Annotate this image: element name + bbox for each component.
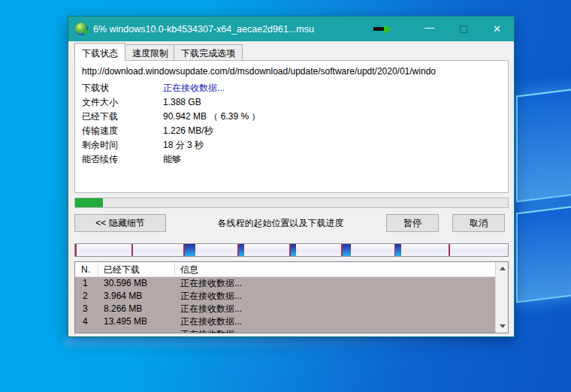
thread-start-tick [449,244,450,256]
info-value: 1.388 GB [163,95,201,110]
thread-downloaded-chunk [291,244,296,256]
chevron-up-icon [500,267,506,270]
info-label: 传输速度 [82,124,163,138]
info-row: 文件大小1.388 GB [82,95,501,110]
hide-details-button[interactable]: << 隐藏细节 [74,214,166,232]
minimize-icon: — [424,22,434,33]
threads-progress-bar [74,243,509,257]
info-row: 传输速度1.226 MB/秒 [82,124,501,138]
info-value: 18 分 3 秒 [163,138,204,152]
desktop-wallpaper: 6% windows10.0-kb4534307-x64_aecae2d961.… [0,0,571,392]
table-scrollbar[interactable] [495,262,508,333]
info-label: 下载状 [82,81,163,95]
pause-button[interactable]: 暂停 [386,214,439,232]
table-cell-n: 4 [83,315,88,328]
thread-start-tick [75,244,77,256]
table-cell-size: 8.266 MB [104,303,142,315]
table-cell-info: 正在接收数据... [180,277,242,290]
controls-row: << 隐藏细节 各线程的起始位置以及下载进度 暂停 取消 [68,214,514,232]
info-row: 下载状正在接收数据... [82,81,501,95]
scroll-up-button[interactable] [496,262,509,275]
info-value: 1.226 MB/秒 [163,124,213,138]
info-label: 剩余时间 [82,138,163,152]
chevron-down-icon [500,324,506,328]
table-cell-n: 3 [83,303,88,315]
table-row[interactable]: 413.495 MB正在接收数据... [75,315,495,328]
threads-table-header: N. 已经下载 信息 [75,262,508,277]
thread-downloaded-chunk [395,244,400,256]
thread-start-tick [131,244,133,256]
close-icon: ✕ [493,23,501,35]
table-cell-size: 13.495 MB [104,315,147,328]
titlebar[interactable]: 6% windows10.0-kb4534307-x64_aecae2d961.… [68,17,514,41]
idm-arrow-head [384,25,392,34]
table-row[interactable]: 23.964 MB正在接收数据... [75,290,495,303]
total-progress-bar [74,198,509,208]
thread-downloaded-chunk [239,244,244,256]
wallpaper-windows-logo-pane [516,204,571,303]
close-button[interactable]: ✕ [480,17,514,41]
total-progress-fill [75,198,103,207]
cancel-button[interactable]: 取消 [452,214,505,232]
tab-speed-limit[interactable]: 速度限制 [125,44,176,60]
table-row[interactable]: 38.266 MB正在接收数据... [75,303,495,315]
minimize-button[interactable]: — [412,17,446,41]
info-label: 文件大小 [82,95,163,110]
column-header-size: 已经下载 [104,262,140,277]
download-url: http://download.windowsupdate.com/d/msdo… [82,66,501,77]
table-cell-info: 正在接收数据... [180,303,242,315]
download-status-panel: http://download.windowsupdate.com/d/msdo… [74,60,509,193]
wallpaper-windows-logo-pane [516,87,571,202]
idm-app-icon[interactable] [75,23,88,35]
idm-arrow-icon [373,25,393,34]
info-label: 能否续传 [82,152,163,167]
info-label: 已经下载 [82,110,163,124]
window-title: 6% windows10.0-kb4534307-x64_aecae2d961.… [93,24,314,35]
threads-table-body: 130.596 MB正在接收数据...23.964 MB正在接收数据...38.… [75,277,495,333]
info-row: 能否续传能够 [82,152,501,167]
table-cell-info: 正在接收数据... [180,328,242,333]
info-value: 90.942 MB （ 6.39 % ） [163,110,260,124]
maximize-icon [460,26,467,33]
tab-on-complete-options[interactable]: 下载完成选项 [174,44,243,60]
table-cell-info: 正在接收数据... [180,290,242,303]
table-cell-size: 3.964 MB [104,290,142,303]
maximize-button[interactable] [446,17,480,41]
table-row[interactable]: 130.596 MB正在接收数据... [75,277,495,290]
info-value: 正在接收数据... [163,81,225,95]
table-cell-n: 1 [83,277,88,290]
info-row: 已经下载90.942 MB （ 6.39 % ） [82,110,501,124]
table-cell-n: 2 [83,290,88,303]
idm-arrow-shaft [373,27,385,31]
info-value: 能够 [163,152,181,167]
idm-download-window: 6% windows10.0-kb4534307-x64_aecae2d961.… [68,16,515,337]
download-fields: 下载状正在接收数据...文件大小1.388 GB已经下载90.942 MB （ … [82,81,501,167]
thread-downloaded-chunk [343,244,351,256]
tab-download-status[interactable]: 下载状态 [74,43,125,61]
wallpaper-glow-band [65,336,497,347]
thread-downloaded-chunk [185,244,195,256]
info-row: 剩余时间18 分 3 秒 [82,138,501,152]
threads-caption: 各线程的起始位置以及下载进度 [181,217,380,230]
table-cell-info: 正在接收数据... [180,315,242,328]
column-header-n: N. [81,262,90,277]
column-separator [174,263,175,276]
scroll-down-button[interactable] [496,320,509,333]
column-separator [98,263,98,276]
threads-table: N. 已经下载 信息 130.596 MB正在接收数据...23.964 MB正… [74,261,509,333]
column-header-info: 信息 [180,262,198,277]
table-cell-size: 30.596 MB [104,277,147,290]
table-row[interactable]: 正在接收数据... [75,328,495,333]
